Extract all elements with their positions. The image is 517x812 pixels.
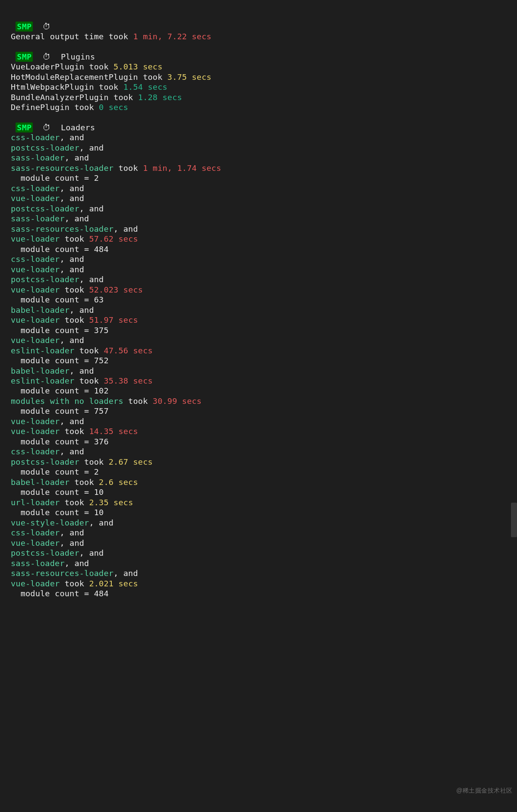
module-count-value: 2 — [94, 467, 99, 476]
module-count-value: 484 — [94, 589, 109, 598]
terminal-line: module count = 484 — [11, 244, 517, 254]
plugin-name: HtmlWebpackPlugin — [11, 82, 94, 91]
terminal-line: sass-resources-loader took 1 min, 1.74 s… — [11, 163, 517, 173]
loader-name: vue-loader — [11, 234, 60, 243]
took-word: took — [74, 376, 104, 385]
module-count-label: module count = — [11, 245, 94, 254]
and-suffix: , and — [69, 366, 94, 375]
scrollbar-thumb[interactable] — [511, 503, 517, 537]
loader-name: css-loader — [11, 255, 60, 264]
terminal-line: vue-loader took 51.97 secs — [11, 315, 517, 325]
loader-time: 57.62 secs — [89, 234, 138, 243]
took-word: took — [60, 579, 89, 588]
plugin-time: 1.28 secs — [138, 93, 182, 102]
terminal-line: postcss-loader, and — [11, 274, 517, 284]
and-suffix: , and — [89, 518, 113, 527]
module-count-value: 484 — [94, 245, 109, 254]
terminal-line: vue-loader, and — [11, 264, 517, 274]
took-word: took — [60, 315, 89, 324]
and-suffix: , and — [60, 133, 84, 142]
loader-name: vue-loader — [11, 285, 60, 294]
module-count-label: module count = — [11, 173, 94, 183]
took-word: took — [60, 498, 89, 507]
terminal-output: SMP ⏱General output time took 1 min, 7.2… — [0, 0, 517, 599]
smp-badge: SMP — [16, 123, 33, 132]
terminal-line: vue-loader took 14.35 secs — [11, 426, 517, 436]
terminal-line: module count = 2 — [11, 467, 517, 477]
module-count-value: 63 — [94, 295, 104, 304]
terminal-line: vue-style-loader, and — [11, 518, 517, 528]
stopwatch-icon: ⏱ — [43, 123, 51, 132]
terminal-line: sass-resources-loader, and — [11, 224, 517, 234]
terminal-line: eslint-loader took 47.56 secs — [11, 346, 517, 356]
and-suffix: , and — [60, 538, 84, 548]
terminal-line: babel-loader, and — [11, 305, 517, 315]
and-suffix: , and — [60, 447, 84, 456]
loader-time: 47.56 secs — [104, 346, 152, 355]
loader-name: css-loader — [11, 447, 60, 456]
and-suffix: , and — [60, 184, 84, 193]
terminal-line: BundleAnalyzerPlugin took 1.28 secs — [11, 92, 517, 102]
plugin-time: 0 secs — [99, 103, 128, 112]
loader-name: postcss-loader — [11, 143, 79, 152]
plugin-time: 1.54 secs — [123, 82, 167, 91]
module-count-value: 102 — [94, 386, 109, 395]
terminal-line: url-loader took 2.35 secs — [11, 497, 517, 507]
loader-name: vue-loader — [11, 427, 60, 436]
terminal-line: css-loader, and — [11, 447, 517, 456]
blank-line — [11, 113, 517, 123]
terminal-line: HtmlWebpackPlugin took 1.54 secs — [11, 82, 517, 92]
terminal-line: DefinePlugin took 0 secs — [11, 102, 517, 112]
took-word: took — [109, 93, 138, 102]
loader-time: 2.67 secs — [109, 457, 153, 466]
terminal-line: VueLoaderPlugin took 5.013 secs — [11, 62, 517, 72]
terminal-line: css-loader, and — [11, 132, 517, 142]
loader-name: sass-resources-loader — [11, 224, 113, 233]
terminal-line: vue-loader, and — [11, 538, 517, 548]
loader-name: vue-loader — [11, 336, 60, 345]
module-count-value: 752 — [94, 356, 109, 365]
loader-name: css-loader — [11, 133, 60, 142]
smp-badge: SMP — [16, 52, 33, 62]
plugin-name: BundleAnalyzerPlugin — [11, 93, 109, 102]
plugins-heading: Plugins — [51, 52, 95, 61]
loaders-heading: Loaders — [51, 123, 95, 132]
and-suffix: , and — [65, 214, 89, 223]
module-count-label: module count = — [11, 406, 94, 415]
module-count-label: module count = — [11, 326, 94, 335]
section-header-loaders: SMP ⏱ Loaders — [11, 123, 517, 132]
terminal-line: postcss-loader, and — [11, 204, 517, 214]
and-suffix: , and — [65, 559, 89, 568]
terminal-line: eslint-loader took 35.38 secs — [11, 376, 517, 386]
module-count-label: module count = — [11, 386, 94, 395]
loader-time: 30.99 secs — [153, 397, 202, 406]
and-suffix: , and — [79, 548, 104, 557]
loader-name: vue-loader — [11, 315, 60, 324]
loader-name: eslint-loader — [11, 346, 74, 355]
watermark-text: @稀土掘金技术社区 — [456, 787, 513, 795]
loader-time: 51.97 secs — [89, 315, 138, 324]
terminal-line: module count = 63 — [11, 295, 517, 305]
terminal-line: vue-loader, and — [11, 193, 517, 203]
loader-name: babel-loader — [11, 366, 69, 375]
loader-time: 2.35 secs — [89, 498, 133, 507]
and-suffix: , and — [60, 255, 84, 264]
module-count-value: 10 — [94, 508, 104, 517]
and-suffix: , and — [79, 275, 104, 284]
loader-name: vue-loader — [11, 579, 60, 588]
loader-name: sass-resources-loader — [11, 569, 113, 578]
and-suffix: , and — [69, 305, 94, 315]
loader-time: 52.023 secs — [89, 285, 143, 294]
loader-name: url-loader — [11, 498, 60, 507]
loader-name: postcss-loader — [11, 548, 79, 557]
terminal-line: vue-loader, and — [11, 335, 517, 345]
took-word: took — [84, 62, 113, 71]
module-count-value: 2 — [94, 173, 99, 183]
terminal-line: babel-loader, and — [11, 366, 517, 376]
loader-time: 2.021 secs — [89, 579, 138, 588]
terminal-line: sass-loader, and — [11, 214, 517, 223]
plugin-name: VueLoaderPlugin — [11, 62, 84, 71]
terminal-line: modules with no loaders took 30.99 secs — [11, 396, 517, 406]
terminal-line: vue-loader took 2.021 secs — [11, 579, 517, 589]
plugin-name: HotModuleReplacementPlugin — [11, 72, 138, 82]
